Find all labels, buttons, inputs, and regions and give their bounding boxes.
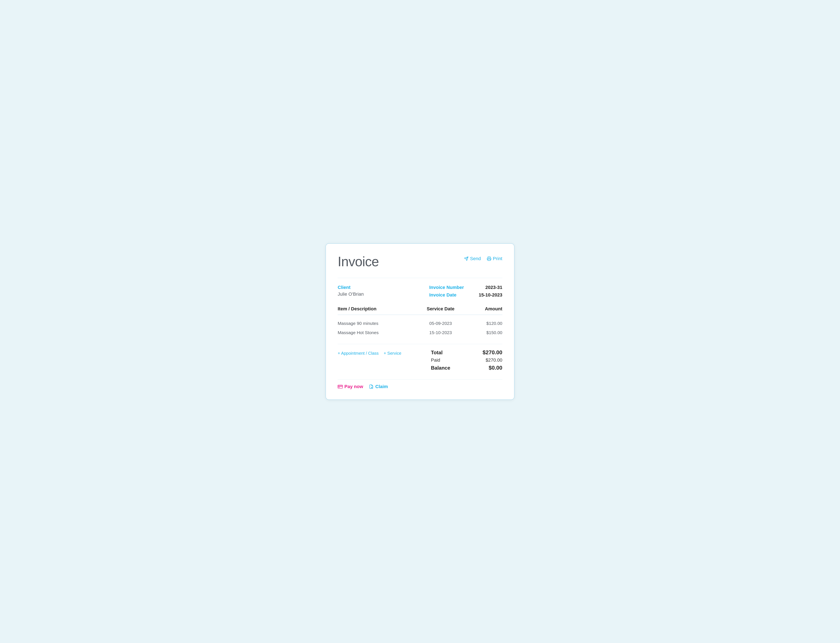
add-service-label: + Service — [384, 351, 401, 356]
balance-row: Balance $0.00 — [431, 365, 502, 371]
client-label: Client — [338, 285, 364, 290]
invoice-header: Invoice Send — [338, 254, 502, 269]
footer-actions: + Appointment / Class + Service Total $2… — [338, 344, 502, 371]
total-label: Total — [431, 350, 443, 356]
row-service-date: 05-09-2023 — [420, 321, 461, 326]
client-section: Client Julie O'Brian — [338, 285, 364, 297]
invoice-number-row: Invoice Number 2023-31 — [429, 285, 502, 290]
invoice-date-label: Invoice Date — [429, 292, 467, 298]
add-buttons: + Appointment / Class + Service — [338, 349, 401, 356]
invoice-info-section: Invoice Number 2023-31 Invoice Date 15-1… — [429, 285, 502, 298]
paid-label: Paid — [431, 357, 440, 363]
add-appointment-label: + Appointment / Class — [338, 351, 379, 356]
invoice-date-value: 15-10-2023 — [477, 292, 502, 298]
send-button[interactable]: Send — [464, 256, 481, 261]
invoice-number-value: 2023-31 — [477, 285, 502, 290]
invoice-table: Item / Description Service Date Amount M… — [338, 306, 502, 337]
table-header: Item / Description Service Date Amount — [338, 306, 502, 315]
svg-rect-2 — [488, 259, 490, 260]
table-row: Massage Hot Stones 15-10-2023 $150.00 — [338, 328, 502, 337]
col-date-header: Service Date — [420, 306, 461, 312]
pay-now-button[interactable]: Pay now — [338, 384, 363, 389]
bottom-bar: Pay now Claim — [338, 380, 502, 389]
claim-label: Claim — [375, 384, 388, 389]
add-appointment-button[interactable]: + Appointment / Class — [338, 351, 379, 356]
print-button[interactable]: Print — [487, 256, 502, 261]
total-row: Total $270.00 — [431, 349, 502, 356]
send-label: Send — [470, 256, 481, 261]
invoice-number-label: Invoice Number — [429, 285, 467, 290]
invoice-date-row: Invoice Date 15-10-2023 — [429, 292, 502, 298]
total-value: $270.00 — [479, 349, 502, 356]
info-row: Client Julie O'Brian Invoice Number 2023… — [338, 285, 502, 298]
svg-rect-4 — [338, 385, 342, 386]
claim-button[interactable]: Claim — [369, 384, 388, 389]
row-description: Massage Hot Stones — [338, 330, 420, 335]
svg-rect-5 — [338, 387, 340, 387]
paid-value: $270.00 — [479, 357, 502, 363]
print-icon — [487, 256, 492, 261]
col-amount-header: Amount — [461, 306, 502, 312]
pay-now-label: Pay now — [344, 384, 363, 389]
send-icon — [464, 256, 469, 261]
print-label: Print — [493, 256, 502, 261]
col-desc-header: Item / Description — [338, 306, 420, 312]
balance-value: $0.00 — [479, 365, 502, 371]
invoice-card: Invoice Send — [326, 243, 514, 400]
client-name: Julie O'Brian — [338, 291, 364, 297]
row-description: Massage 90 minutes — [338, 321, 420, 326]
table-row: Massage 90 minutes 05-09-2023 $120.00 — [338, 319, 502, 328]
add-service-button[interactable]: + Service — [384, 351, 401, 356]
paid-row: Paid $270.00 — [431, 357, 502, 363]
row-amount: $120.00 — [461, 321, 502, 326]
totals-section: Total $270.00 Paid $270.00 Balance $0.00 — [431, 349, 502, 371]
invoice-title: Invoice — [338, 254, 379, 269]
claim-icon — [369, 384, 374, 389]
header-actions: Send Print — [464, 256, 502, 261]
table-rows: Massage 90 minutes 05-09-2023 $120.00 Ma… — [338, 319, 502, 337]
row-service-date: 15-10-2023 — [420, 330, 461, 335]
row-amount: $150.00 — [461, 330, 502, 335]
pay-now-icon — [338, 385, 343, 388]
balance-label: Balance — [431, 365, 450, 371]
svg-rect-3 — [338, 385, 342, 388]
